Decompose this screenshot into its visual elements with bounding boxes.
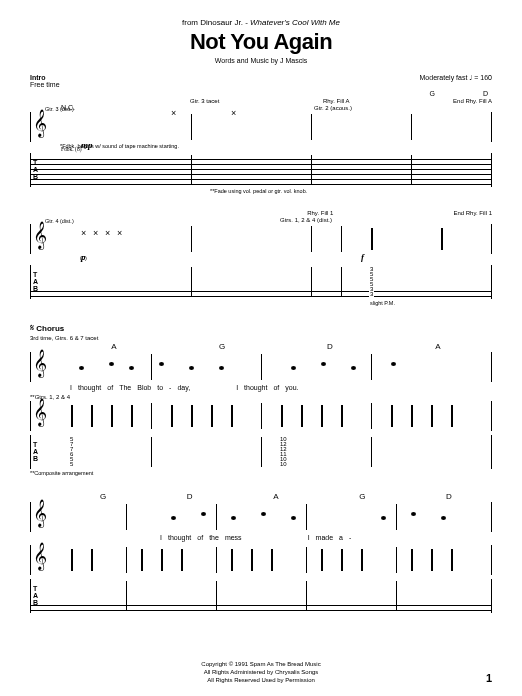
chord-stack bbox=[321, 405, 323, 427]
barline bbox=[341, 226, 342, 252]
barline bbox=[151, 403, 152, 429]
tab-label: TAB bbox=[33, 585, 38, 606]
footnote-fade: **Fade using vol. pedal or gtr. vol. kno… bbox=[210, 188, 492, 194]
x-notehead: × bbox=[171, 108, 176, 118]
segno-icon: 𝄋 bbox=[30, 322, 34, 333]
note bbox=[411, 512, 416, 516]
system-1: G D Gtr. 3 tacet Rhy. Fill A End Rhy. Fi… bbox=[30, 90, 492, 194]
staff-3b: 𝄞 bbox=[30, 401, 492, 431]
barline bbox=[151, 354, 152, 380]
chord: A bbox=[233, 492, 319, 501]
barline bbox=[341, 267, 342, 297]
note bbox=[231, 516, 236, 520]
chord-stack bbox=[341, 549, 343, 571]
rhy-row-1b: Gtr. 2 (acous.) bbox=[30, 105, 492, 111]
chord-stack bbox=[71, 549, 73, 571]
tab-1: TAB Fdbk. (8) bbox=[30, 153, 492, 187]
chord-stack bbox=[321, 549, 323, 571]
barline bbox=[191, 226, 192, 252]
tab-lines bbox=[31, 581, 491, 611]
sheet-header: from Dinosaur Jr. - Whatever's Cool With… bbox=[30, 18, 492, 64]
barline bbox=[371, 403, 372, 429]
dynamic-mp: mp bbox=[81, 140, 93, 150]
album-title: Whatever's Cool With Me bbox=[250, 18, 340, 27]
note bbox=[219, 366, 224, 370]
page-number: 1 bbox=[486, 672, 492, 684]
tempo-value: = 160 bbox=[474, 74, 492, 81]
staff-lines bbox=[31, 504, 491, 529]
chord-g: G bbox=[429, 90, 434, 97]
chord-stack bbox=[181, 549, 183, 571]
footnote-0: (0) bbox=[80, 255, 492, 261]
footnote-fdbk: *Fdbk. begins w/ sound of tape machine s… bbox=[60, 143, 492, 149]
barline bbox=[311, 155, 312, 185]
chord-stack bbox=[231, 405, 233, 427]
chord-stack bbox=[411, 549, 413, 571]
x-notehead: × bbox=[105, 228, 110, 238]
note bbox=[79, 366, 84, 370]
note bbox=[201, 512, 206, 516]
barline bbox=[216, 581, 217, 611]
dynamic-f: f bbox=[361, 252, 364, 262]
tab-nums: 5 7 7 6 5 5 bbox=[69, 437, 74, 467]
gtr3-tacet: Gtr. 3 tacet bbox=[190, 98, 219, 104]
rhy-fill-1: Rhy. Fill 1 bbox=[307, 210, 333, 216]
chord-stack bbox=[281, 405, 283, 427]
from-prefix: from Dinosaur Jr. - bbox=[182, 18, 248, 27]
barline bbox=[371, 354, 372, 380]
end-rhy-fill-a: End Rhy. Fill A bbox=[453, 98, 492, 104]
x-notehead: × bbox=[117, 228, 122, 238]
staff-4b: 𝄞 bbox=[30, 545, 492, 575]
chord-stack bbox=[91, 549, 93, 571]
barline bbox=[261, 437, 262, 467]
note bbox=[291, 366, 296, 370]
chord: G bbox=[168, 342, 276, 351]
copyright-line-1: Copyright © 1991 Spam As The Bread Music bbox=[0, 660, 522, 668]
intro-label: Intro bbox=[30, 74, 60, 81]
tab-4: TAB bbox=[30, 579, 492, 613]
chord-d: D bbox=[483, 90, 488, 97]
chord-stack bbox=[431, 549, 433, 571]
treble-clef-icon: 𝄞 bbox=[33, 350, 47, 377]
barline bbox=[306, 504, 307, 530]
staff-3a: 𝄞 bbox=[30, 352, 492, 382]
barline bbox=[411, 155, 412, 185]
chord: D bbox=[146, 492, 232, 501]
barline bbox=[126, 547, 127, 573]
treble-clef-icon: 𝄞 bbox=[33, 399, 47, 426]
copyright-line-3: All Rights Reserved Used by Permission bbox=[0, 676, 522, 684]
chord-stack bbox=[91, 405, 93, 427]
chord-line-3: A G D A bbox=[30, 342, 492, 351]
rhy-row-1: Gtr. 3 tacet Rhy. Fill A End Rhy. Fill A bbox=[30, 98, 492, 104]
barline bbox=[216, 504, 217, 530]
chord-stack bbox=[211, 405, 213, 427]
tempo-text: Moderately fast bbox=[420, 74, 468, 81]
barline bbox=[306, 581, 307, 611]
barline bbox=[261, 354, 262, 380]
barline bbox=[396, 547, 397, 573]
tab-nums: 10 12 12 11 10 10 bbox=[279, 437, 288, 467]
x-notehead: × bbox=[93, 228, 98, 238]
chord-stack bbox=[361, 549, 363, 571]
treble-clef-icon: 𝄞 bbox=[33, 110, 47, 137]
barline bbox=[371, 437, 372, 467]
barline bbox=[396, 581, 397, 611]
staff-4a: 𝄞 bbox=[30, 502, 492, 532]
chord-line-4: G D A G D bbox=[30, 492, 492, 501]
system-3: A G D A 𝄞 I thought of The Blob to - day… bbox=[30, 342, 492, 476]
chord-stack bbox=[271, 549, 273, 571]
chord-stack bbox=[451, 549, 453, 571]
gtr2-acous: Gtr. 2 (acous.) bbox=[314, 105, 352, 111]
chord-stack bbox=[171, 405, 173, 427]
chorus-label: 𝄋 Chorus bbox=[30, 322, 492, 334]
barline bbox=[311, 114, 312, 140]
gtr4-label: Gtr. 4 (dist.) bbox=[45, 218, 74, 224]
tab-lines bbox=[31, 267, 491, 297]
chord-row-1: G D bbox=[30, 90, 492, 97]
note bbox=[441, 516, 446, 520]
lyrics-4: I thought of the mess I made a - bbox=[30, 534, 492, 541]
gtr-note-3: **Gtrs. 1, 2 & 4 bbox=[30, 394, 492, 400]
gtrs-124: Gtrs. 1, 2 & 4 (dist.) bbox=[280, 217, 332, 223]
tab-chord-nums: 3 5 5 5 3 3 bbox=[369, 267, 374, 297]
staff-lines bbox=[31, 114, 491, 139]
